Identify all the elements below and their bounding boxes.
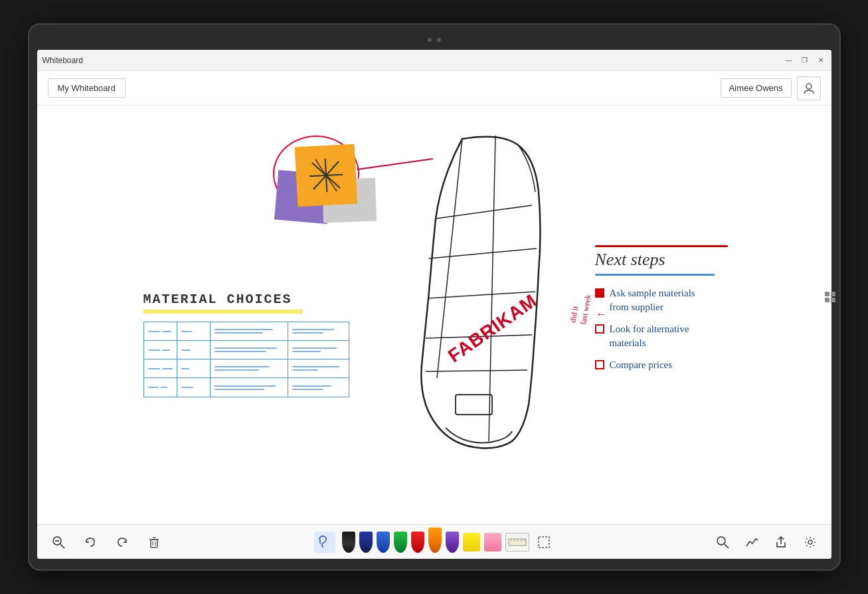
step-checkbox[interactable] <box>595 324 604 334</box>
zoom-out-button[interactable] <box>48 532 69 553</box>
pen-red-tool[interactable] <box>411 532 424 553</box>
step-text: Look for alternativematerials <box>610 322 689 350</box>
step-item: Compare prices <box>595 358 728 372</box>
annotation-did-it: did itlast week <box>568 292 594 326</box>
material-choices-section: Material Choices <box>143 292 349 397</box>
settings-icon <box>804 536 817 549</box>
material-table <box>143 322 349 397</box>
pen-purple-tool[interactable] <box>446 532 459 553</box>
sticky-note-orange[interactable] <box>294 144 357 207</box>
shoe-sketch: FABRIKAM <box>409 126 562 458</box>
pen-blue-tool[interactable] <box>377 532 390 553</box>
device-top-bar <box>37 33 831 47</box>
share-icon <box>774 536 788 549</box>
step-checkbox[interactable] <box>595 288 604 298</box>
app-bar: My Whiteboard Aimee Owens <box>37 71 831 106</box>
table-cell <box>177 378 211 397</box>
chart-icon <box>745 536 758 549</box>
table-cell <box>177 359 211 377</box>
windows-button[interactable] <box>825 292 835 302</box>
table-row <box>144 378 349 397</box>
table-cell <box>288 378 348 397</box>
share-button[interactable] <box>770 532 792 553</box>
table-row <box>144 322 349 341</box>
selection-tool[interactable] <box>533 532 555 553</box>
settings-button[interactable] <box>800 532 821 553</box>
highlighter-pink-tool[interactable] <box>484 533 501 551</box>
ruler-tool[interactable] <box>505 533 529 551</box>
search-icon <box>716 536 729 549</box>
analytics-button[interactable] <box>741 532 762 553</box>
step-item: Look for alternativematerials <box>595 322 728 350</box>
title-bar-controls: — ❐ ✕ <box>784 55 826 66</box>
yellow-underline <box>143 310 303 314</box>
material-choices-title: Material Choices <box>143 292 349 307</box>
pen-green-tool[interactable] <box>394 532 407 553</box>
table-cell <box>211 378 289 397</box>
pen-darkblue-tool[interactable] <box>359 532 373 553</box>
minimize-button[interactable]: — <box>784 55 794 66</box>
selection-icon <box>537 536 551 549</box>
table-cell <box>144 322 177 340</box>
table-cell <box>211 359 289 377</box>
screen: Whiteboard — ❐ ✕ My Whiteboard Aimee Owe… <box>37 50 831 559</box>
pen-orange-tool[interactable] <box>428 528 442 553</box>
my-whiteboard-button[interactable]: My Whiteboard <box>48 78 126 98</box>
table-row <box>144 341 349 359</box>
svg-rect-29 <box>539 537 549 547</box>
highlighter-yellow-tool[interactable] <box>463 533 480 551</box>
table-cell <box>144 378 177 397</box>
close-button[interactable]: ✕ <box>816 55 826 66</box>
restore-button[interactable]: ❐ <box>800 55 810 66</box>
table-cell <box>288 322 348 340</box>
app-bar-right: Aimee Owens <box>721 76 821 100</box>
app-title: Whiteboard <box>43 56 784 65</box>
svg-line-31 <box>725 544 729 548</box>
next-steps-section: Next steps Ask sample materialsfrom supp… <box>595 245 728 372</box>
title-bar: Whiteboard — ❐ ✕ <box>37 50 831 71</box>
trash-icon <box>147 536 161 549</box>
user-name-button[interactable]: Aimee Owens <box>721 78 792 98</box>
delete-button[interactable] <box>143 532 165 553</box>
svg-line-16 <box>60 544 64 548</box>
table-cell <box>144 359 177 377</box>
blue-underline <box>595 274 715 276</box>
star-doodle <box>305 154 347 196</box>
svg-rect-18 <box>151 540 157 547</box>
person-icon <box>803 82 815 94</box>
redo-icon <box>116 536 129 549</box>
svg-point-32 <box>808 540 812 544</box>
svg-point-0 <box>806 84 812 89</box>
pen-black-tool[interactable] <box>342 532 355 553</box>
step-text: Compare prices <box>610 358 673 372</box>
table-row <box>144 359 349 378</box>
undo-button[interactable] <box>80 532 101 553</box>
table-cell <box>288 341 348 359</box>
svg-point-30 <box>717 537 725 545</box>
toolbar-center <box>314 532 555 553</box>
camera <box>428 38 432 42</box>
table-cell <box>144 341 177 359</box>
red-overline <box>595 245 728 247</box>
table-cell <box>211 322 289 340</box>
step-checkbox[interactable] <box>595 360 604 369</box>
table-cell <box>211 341 289 359</box>
search-button[interactable] <box>712 532 733 553</box>
redo-button[interactable] <box>112 532 133 553</box>
canvas-area[interactable]: FABRIKAM Material Choices <box>37 106 831 524</box>
user-avatar-button[interactable] <box>797 76 821 100</box>
lasso-icon <box>317 535 332 549</box>
table-cell <box>177 341 211 359</box>
next-steps-title: Next steps <box>595 250 728 270</box>
lasso-tool-button[interactable] <box>314 532 335 553</box>
device-frame: Whiteboard — ❐ ✕ My Whiteboard Aimee Owe… <box>29 25 839 569</box>
toolbar-left <box>48 532 165 553</box>
undo-icon <box>84 536 97 549</box>
steps-list: Ask sample materialsfrom supplier Look f… <box>595 286 728 372</box>
table-cell <box>288 359 348 377</box>
sensor <box>437 38 441 42</box>
toolbar-right <box>712 532 821 553</box>
table-cell <box>177 322 211 340</box>
shoe-svg: FABRIKAM <box>409 126 555 451</box>
step-item: Ask sample materialsfrom supplier <box>595 286 728 314</box>
